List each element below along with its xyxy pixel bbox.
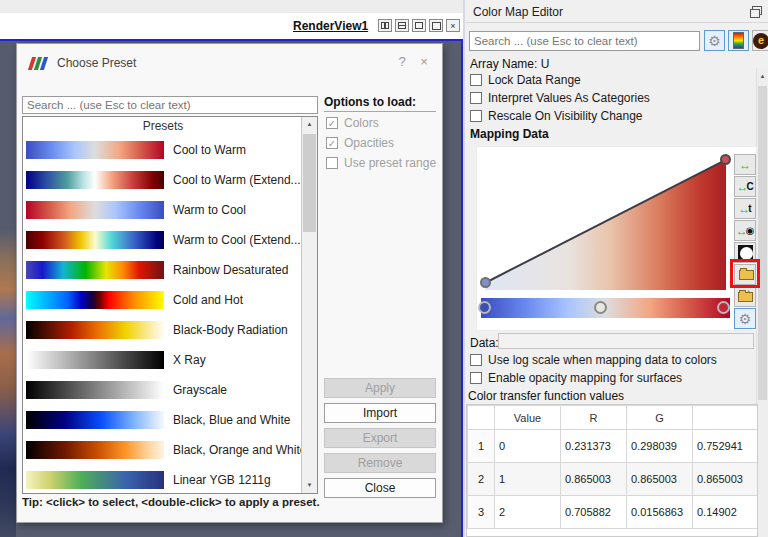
preset-swatch	[26, 351, 164, 369]
array-name-label: Array Name: U	[470, 57, 549, 71]
checkbox-rescale-on-visibility[interactable]: Rescale On Visibility Change	[470, 109, 643, 123]
checkbox-opacities[interactable]: ✓ Opacities	[326, 136, 394, 150]
checkbox-icon	[470, 74, 482, 86]
checkbox-log-scale[interactable]: Use log scale when mapping data to color…	[470, 353, 717, 367]
apply-button[interactable]: Apply	[324, 378, 436, 398]
gear-icon: ⚙	[739, 312, 752, 326]
table-row[interactable]: 2 1 0.865003 0.865003 0.865003	[468, 463, 759, 496]
rescale-to-visible-range-button[interactable]: ↔ ◉	[734, 220, 756, 241]
import-button[interactable]: Import	[324, 403, 436, 423]
opacity-function-plot[interactable]	[481, 153, 730, 290]
color-handle-start[interactable]	[478, 301, 491, 314]
float-icon	[434, 24, 441, 30]
scrollbar-thumb[interactable]	[758, 86, 767, 400]
rescale-to-custom-range-button[interactable]: ↔ C	[734, 176, 756, 197]
split-vertical-button[interactable]	[395, 19, 409, 32]
preset-swatch	[26, 471, 164, 489]
eye-icon: ◉	[746, 226, 755, 236]
preset-label: Warm to Cool	[173, 203, 246, 217]
preset-row[interactable]: Linear YGB 1211g	[23, 465, 303, 494]
col-r[interactable]: R	[561, 406, 627, 430]
preset-row[interactable]: Black-Body Radiation	[23, 315, 303, 345]
preset-row[interactable]: Cool to Warm (Extend...	[23, 165, 303, 195]
checkbox-label: Interpret Values As Categories	[488, 91, 650, 105]
preset-label: X Ray	[173, 353, 206, 367]
preset-search-input[interactable]	[22, 96, 318, 114]
checkbox-interpret-categories[interactable]: Interpret Values As Categories	[470, 91, 650, 105]
checkbox-opacity-mapping[interactable]: Enable opacity mapping for surfaces	[470, 371, 682, 385]
cell-b[interactable]: 0.14902	[693, 496, 759, 529]
cell-g[interactable]: 0.0156863	[627, 496, 693, 529]
preset-row[interactable]: Cold and Hot	[23, 285, 303, 315]
checkbox-icon	[470, 110, 482, 122]
preset-row[interactable]: Warm to Cool (Extend...	[23, 225, 303, 255]
cell-r[interactable]: 0.231373	[561, 430, 627, 463]
rescale-to-data-range-button[interactable]: ↔	[734, 154, 756, 175]
preset-row[interactable]: Warm to Cool	[23, 195, 303, 225]
dialog-title: Choose Preset	[57, 56, 136, 70]
scroll-up-icon[interactable]: ▲	[302, 117, 317, 132]
scroll-down-icon[interactable]: ▼	[302, 478, 317, 493]
panel-float-icon[interactable]	[752, 6, 762, 15]
control-point-start[interactable]	[480, 277, 491, 288]
split-horizontal-button[interactable]	[378, 19, 392, 32]
data-field[interactable]	[498, 333, 754, 349]
preset-swatch	[26, 201, 164, 219]
export-button[interactable]: Export	[324, 428, 436, 448]
color-handle-end[interactable]	[717, 301, 730, 314]
preset-row[interactable]: Rainbow Desaturated	[23, 255, 303, 285]
table-row[interactable]: 1 0 0.231373 0.298039 0.752941	[468, 430, 759, 463]
scrollbar-thumb[interactable]	[303, 134, 316, 232]
checkbox-colors[interactable]: ✓ Colors	[326, 116, 379, 130]
dialog-help-button[interactable]: ?	[393, 53, 411, 71]
maximize-button[interactable]	[412, 19, 426, 32]
advanced-options-button[interactable]: ⚙	[734, 308, 756, 329]
search-settings-button[interactable]: ⚙	[704, 30, 725, 51]
cell-r[interactable]: 0.705882	[561, 496, 627, 529]
preset-row[interactable]: Cool to Warm	[23, 135, 303, 165]
col-g[interactable]: G	[627, 406, 693, 430]
preset-label: Grayscale	[173, 383, 227, 397]
dialog-tip-text: Tip: <click> to select, <double-click> t…	[22, 496, 320, 508]
row-number: 1	[468, 430, 495, 463]
rescale-over-time-button[interactable]: ↔ t	[734, 198, 756, 219]
remove-button[interactable]: Remove	[324, 453, 436, 473]
col-value[interactable]: Value	[495, 406, 561, 430]
colormap-search-input[interactable]	[469, 31, 700, 51]
checkbox-lock-data-range[interactable]: Lock Data Range	[470, 73, 581, 87]
cell-g[interactable]: 0.298039	[627, 430, 693, 463]
preset-swatch	[26, 231, 164, 249]
cell-g[interactable]: 0.865003	[627, 463, 693, 496]
cell-value[interactable]: 0	[495, 430, 561, 463]
color-handle-middle[interactable]	[594, 301, 607, 314]
preset-row[interactable]: Black, Orange and White	[23, 435, 303, 465]
show-colormap-button[interactable]	[728, 30, 749, 51]
preset-list-scrollbar[interactable]: ▲ ▼	[301, 117, 317, 493]
cell-value[interactable]: 2	[495, 496, 561, 529]
checkbox-use-preset-range[interactable]: Use preset range	[326, 156, 436, 170]
col-b[interactable]: B	[693, 406, 759, 430]
scroll-up-icon[interactable]: ▲	[757, 70, 768, 82]
table-row[interactable]: 3 2 0.705882 0.0156863 0.14902	[468, 496, 759, 529]
split-vertical-icon	[398, 22, 406, 29]
control-point-end[interactable]	[720, 154, 731, 165]
preset-label: Linear YGB 1211g	[173, 473, 271, 487]
panel-title-separator	[465, 22, 768, 23]
preset-row[interactable]: Black, Blue and White	[23, 405, 303, 435]
render-view-button[interactable]: e	[752, 30, 768, 51]
cell-r[interactable]: 0.865003	[561, 463, 627, 496]
mapping-data-heading: Mapping Data	[470, 127, 549, 141]
render-view-icon: e	[753, 33, 768, 49]
preset-label: Black, Orange and White	[173, 443, 306, 457]
preset-row[interactable]: X Ray	[23, 345, 303, 375]
cell-b[interactable]: 0.752941	[693, 430, 759, 463]
dialog-close-button[interactable]: ×	[415, 53, 433, 71]
float-button[interactable]	[429, 19, 443, 32]
checkbox-icon	[470, 372, 482, 384]
cell-b[interactable]: 0.865003	[693, 463, 759, 496]
close-button[interactable]: Close	[324, 478, 436, 498]
close-view-button[interactable]: ×	[446, 19, 460, 32]
preset-row[interactable]: Grayscale	[23, 375, 303, 405]
cell-value[interactable]: 1	[495, 463, 561, 496]
save-to-preset-button[interactable]: +	[734, 286, 756, 307]
